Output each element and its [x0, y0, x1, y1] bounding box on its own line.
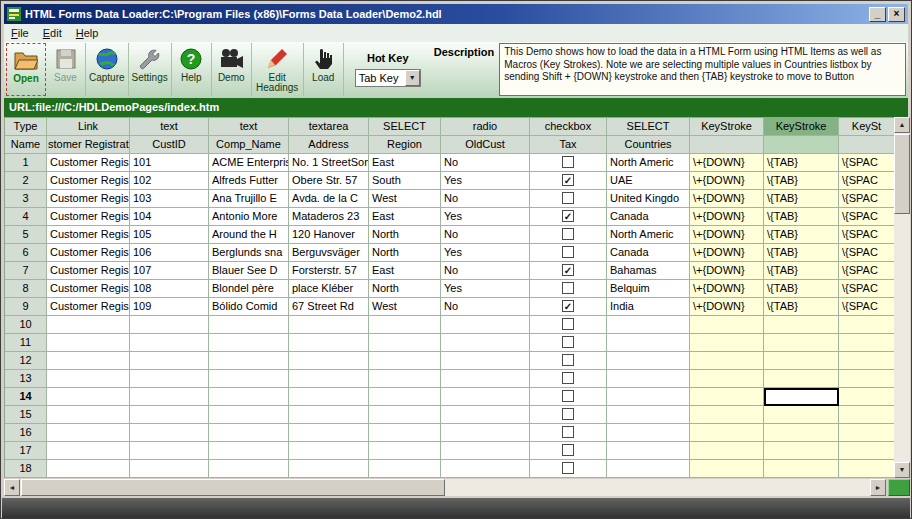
grid-cell[interactable] [441, 460, 530, 478]
grid-cell[interactable] [607, 370, 690, 388]
grid-cell[interactable] [441, 388, 530, 406]
grid-cell[interactable] [839, 352, 894, 370]
open-button[interactable]: Open [6, 43, 46, 96]
grid-cell[interactable]: Customer Regis [47, 298, 130, 316]
grid-cell[interactable] [530, 442, 607, 460]
grid-cell[interactable] [530, 280, 607, 298]
grid-cell[interactable] [289, 460, 369, 478]
grid-cell[interactable]: Customer Regis [47, 172, 130, 190]
grid-cell[interactable]: No [441, 154, 530, 172]
grid-cell[interactable]: United Kingdo [607, 190, 690, 208]
row-number[interactable]: 6 [5, 244, 47, 262]
column-header[interactable]: KeySt [839, 118, 894, 136]
grid-cell[interactable] [289, 424, 369, 442]
grid-cell[interactable] [764, 370, 839, 388]
grid-cell[interactable]: Forsterstr. 57 [289, 262, 369, 280]
tax-checkbox[interactable] [562, 408, 574, 420]
grid-cell[interactable]: Berglunds sna [209, 244, 289, 262]
grid-cell[interactable] [839, 370, 894, 388]
grid-cell[interactable] [839, 460, 894, 478]
column-header[interactable]: CustID [130, 136, 209, 154]
grid-cell[interactable] [47, 388, 130, 406]
grid-cell[interactable]: \{TAB} [764, 244, 839, 262]
grid-cell[interactable]: Ana Trujillo E [209, 190, 289, 208]
grid-cell[interactable]: North [369, 226, 441, 244]
help-button[interactable]: ? Help [172, 43, 212, 96]
settings-button[interactable]: Settings [129, 43, 172, 96]
column-header[interactable]: textarea [289, 118, 369, 136]
vertical-scrollbar[interactable]: ▲ ▼ [894, 117, 910, 478]
grid-cell[interactable]: India [607, 298, 690, 316]
grid-cell[interactable] [690, 334, 764, 352]
grid-cell[interactable] [607, 406, 690, 424]
grid-cell[interactable] [690, 424, 764, 442]
grid-cell[interactable]: \+{DOWN} [690, 226, 764, 244]
row-number[interactable]: 16 [5, 424, 47, 442]
tax-checkbox[interactable]: ✓ [562, 174, 574, 186]
grid-cell[interactable]: \{SPAC [839, 298, 894, 316]
scroll-right-icon[interactable]: ► [870, 479, 886, 496]
tax-checkbox[interactable] [562, 192, 574, 204]
grid-cell[interactable] [130, 352, 209, 370]
grid-cell[interactable] [130, 334, 209, 352]
menu-help[interactable]: Help [69, 25, 106, 41]
grid-cell[interactable] [47, 352, 130, 370]
grid-cell[interactable]: West [369, 190, 441, 208]
grid-cell[interactable] [607, 388, 690, 406]
grid-cell[interactable]: East [369, 208, 441, 226]
grid-cell[interactable] [690, 460, 764, 478]
grid-cell[interactable]: East [369, 154, 441, 172]
grid-cell[interactable] [369, 334, 441, 352]
grid-cell[interactable] [690, 442, 764, 460]
grid-cell[interactable] [130, 406, 209, 424]
row-number[interactable]: 9 [5, 298, 47, 316]
horizontal-scroll-thumb[interactable] [21, 479, 445, 496]
grid-cell[interactable] [47, 406, 130, 424]
scroll-up-icon[interactable]: ▲ [894, 117, 910, 133]
grid-cell[interactable]: ✓ [530, 262, 607, 280]
row-number[interactable]: 12 [5, 352, 47, 370]
tax-checkbox[interactable] [562, 462, 574, 474]
grid-cell[interactable] [289, 316, 369, 334]
tax-checkbox[interactable]: ✓ [562, 300, 574, 312]
grid-cell[interactable] [530, 424, 607, 442]
demo-button[interactable]: Demo [212, 43, 252, 96]
grid-cell[interactable]: \+{DOWN} [690, 208, 764, 226]
grid-cell[interactable]: 101 [130, 154, 209, 172]
horizontal-scrollbar[interactable]: ◄ ► [4, 479, 886, 496]
grid-cell[interactable] [441, 406, 530, 424]
column-header[interactable]: Countries [607, 136, 690, 154]
grid-cell[interactable] [607, 442, 690, 460]
row-number[interactable]: 7 [5, 262, 47, 280]
minimize-button[interactable]: _ [869, 7, 886, 22]
column-header[interactable]: SELECT [369, 118, 441, 136]
grid-cell[interactable]: Customer Regis [47, 280, 130, 298]
grid-cell[interactable] [690, 406, 764, 424]
grid-cell[interactable]: \{SPAC [839, 154, 894, 172]
grid-cell[interactable]: \{TAB} [764, 298, 839, 316]
grid-cell[interactable] [764, 316, 839, 334]
grid-cell[interactable] [47, 442, 130, 460]
grid-cell[interactable]: North Americ [607, 226, 690, 244]
tax-checkbox[interactable] [562, 390, 574, 402]
grid-cell[interactable]: 109 [130, 298, 209, 316]
load-button[interactable]: Load [304, 43, 344, 96]
column-header[interactable]: stomer Registrat [47, 136, 130, 154]
grid-cell[interactable] [441, 316, 530, 334]
row-number[interactable]: 8 [5, 280, 47, 298]
grid-cell[interactable]: Customer Regis [47, 208, 130, 226]
grid-cell[interactable] [530, 352, 607, 370]
grid-cell[interactable] [369, 424, 441, 442]
grid-cell[interactable]: Berguvsväger [289, 244, 369, 262]
grid-cell[interactable]: North [369, 280, 441, 298]
column-header[interactable] [839, 136, 894, 154]
grid-cell[interactable] [209, 460, 289, 478]
grid-cell[interactable]: Canada [607, 208, 690, 226]
grid-cell[interactable] [690, 388, 764, 406]
grid-cell[interactable]: 103 [130, 190, 209, 208]
grid-cell[interactable] [209, 388, 289, 406]
grid-cell[interactable] [130, 442, 209, 460]
grid-cell[interactable] [209, 334, 289, 352]
grid-cell[interactable] [441, 370, 530, 388]
row-number[interactable]: 13 [5, 370, 47, 388]
